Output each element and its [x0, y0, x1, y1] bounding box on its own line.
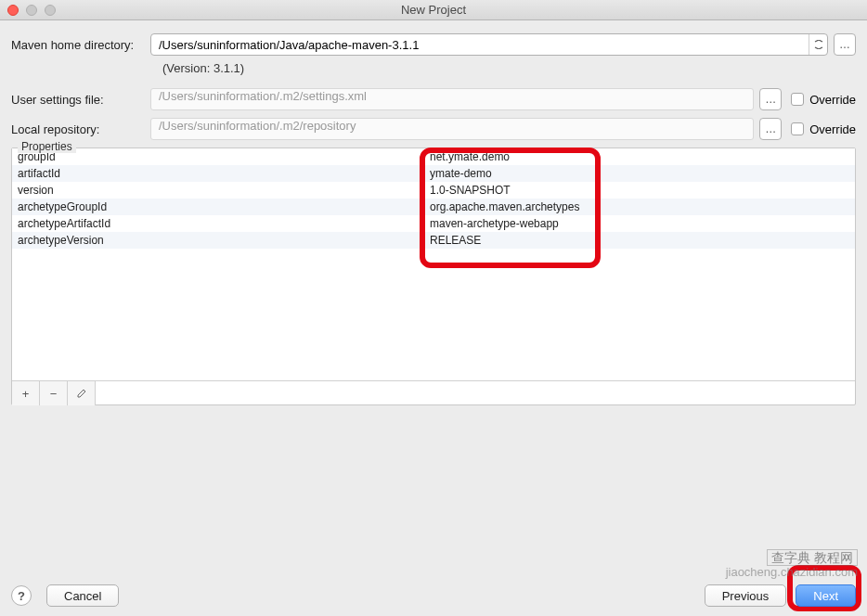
properties-toolbar: + −: [12, 380, 855, 404]
browse-maven-home-button[interactable]: …: [834, 33, 856, 56]
maven-home-value: /Users/suninformation/Java/apache-maven-…: [159, 38, 419, 52]
remove-property-button[interactable]: −: [40, 381, 68, 405]
prop-key: archetypeArtifactId: [12, 217, 424, 230]
browse-local-repo-button[interactable]: …: [759, 118, 782, 140]
cancel-button[interactable]: Cancel: [46, 584, 119, 607]
table-row[interactable]: groupId net.ymate.demo: [12, 148, 855, 165]
properties-legend: Properties: [18, 140, 76, 153]
table-row[interactable]: archetypeVersion RELEASE: [12, 232, 855, 249]
next-button[interactable]: Next: [796, 584, 856, 607]
help-button[interactable]: ?: [11, 585, 32, 606]
prop-key: archetypeGroupId: [12, 200, 424, 213]
table-row[interactable]: archetypeArtifactId maven-archetype-weba…: [12, 215, 855, 232]
local-repo-value: /Users/suninformation/.m2/repository: [159, 119, 356, 133]
properties-fieldset: Properties groupId net.ymate.demo artifa…: [11, 148, 856, 405]
override-local-repo-checkbox[interactable]: [791, 122, 804, 135]
dropdown-arrow-icon[interactable]: [809, 34, 827, 55]
edit-property-button[interactable]: [68, 381, 96, 405]
override-user-settings-label: Override: [809, 93, 856, 107]
table-row[interactable]: archetypeGroupId org.apache.maven.archet…: [12, 199, 855, 215]
user-settings-value: /Users/suninformation/.m2/settings.xml: [159, 89, 367, 103]
local-repo-field: /Users/suninformation/.m2/repository: [150, 118, 754, 140]
prop-key: artifactId: [12, 167, 424, 180]
override-user-settings-checkbox[interactable]: [791, 93, 804, 106]
pencil-icon: [76, 388, 87, 399]
prop-value: net.ymate.demo: [424, 150, 855, 163]
table-row[interactable]: version 1.0-SNAPSHOT: [12, 182, 855, 199]
previous-button[interactable]: Previous: [705, 584, 787, 607]
prop-key: archetypeVersion: [12, 234, 424, 247]
prop-value: 1.0-SNAPSHOT: [424, 184, 855, 197]
watermark-line2: jiaocheng.chazidian.com: [726, 566, 858, 579]
window-title: New Project: [0, 3, 867, 17]
browse-user-settings-button[interactable]: …: [759, 88, 782, 110]
prop-value: org.apache.maven.archetypes: [424, 200, 855, 213]
add-property-button[interactable]: +: [12, 381, 40, 405]
properties-table[interactable]: groupId net.ymate.demo artifactId ymate-…: [12, 148, 855, 380]
user-settings-label: User settings file:: [11, 93, 150, 107]
watermark-line1: 查字典 教程网: [767, 549, 858, 566]
prop-value: maven-archetype-webapp: [424, 217, 855, 230]
maven-home-combo[interactable]: /Users/suninformation/Java/apache-maven-…: [150, 33, 828, 56]
local-repo-label: Local repository:: [11, 122, 150, 136]
titlebar: New Project: [0, 0, 867, 20]
prop-value: RELEASE: [424, 234, 855, 247]
prop-key: version: [12, 184, 424, 197]
table-row[interactable]: artifactId ymate-demo: [12, 165, 855, 182]
maven-home-label: Maven home directory:: [11, 38, 150, 52]
user-settings-field: /Users/suninformation/.m2/settings.xml: [150, 88, 754, 110]
watermark: 查字典 教程网 jiaocheng.chazidian.com: [726, 549, 858, 579]
prop-value: ymate-demo: [424, 167, 855, 180]
override-local-repo-label: Override: [809, 122, 856, 136]
maven-version-text: (Version: 3.1.1): [162, 61, 856, 75]
